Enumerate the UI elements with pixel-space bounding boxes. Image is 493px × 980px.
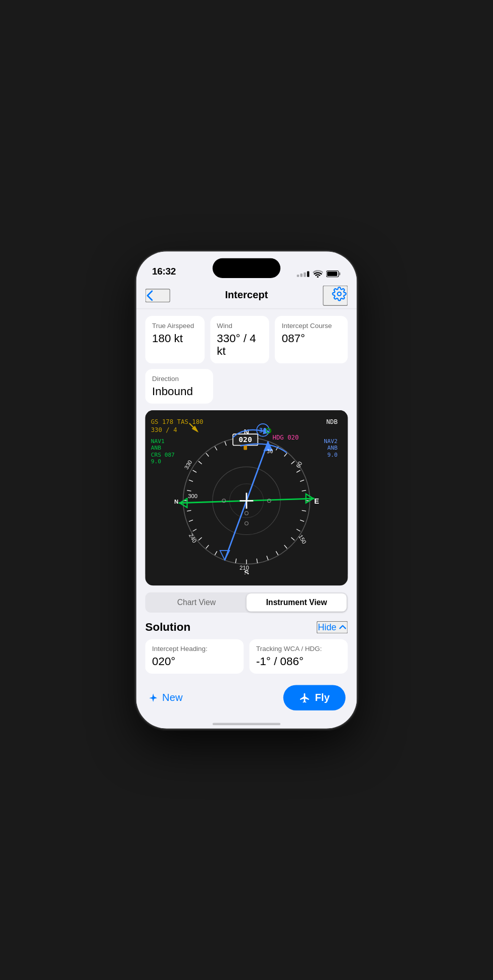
wind-card[interactable]: Wind 330° / 4 kt [210, 316, 269, 363]
signal-strength-icon [297, 271, 310, 277]
status-time: 16:32 [152, 266, 176, 277]
solution-section: Solution Hide Intercept Heading: 020° Tr… [145, 621, 348, 674]
svg-text:NDB: NDB [326, 418, 337, 425]
solution-header: Solution Hide [145, 621, 348, 634]
intercept-heading-value: 020° [152, 655, 237, 668]
tracking-wca-value: -1° / 086° [256, 655, 341, 668]
true-airspeed-card[interactable]: True Airspeed 180 kt [145, 316, 205, 363]
svg-text:HDG 020: HDG 020 [273, 434, 299, 441]
plane-icon [299, 692, 310, 703]
direction-value: Inbound [152, 385, 207, 398]
wind-value: 330° / 4 kt [217, 332, 262, 358]
intercept-course-value: 087° [282, 332, 341, 345]
intercept-course-label: Intercept Course [282, 321, 341, 330]
solution-cards: Intercept Heading: 020° Tracking WCA / H… [145, 639, 348, 674]
svg-text:NAV1: NAV1 [151, 438, 165, 445]
svg-text:ANB: ANB [327, 445, 337, 451]
back-button[interactable] [145, 289, 170, 302]
svg-point-3 [337, 292, 341, 295]
hsi-display: GS 178 TAS 180 330 / 4 NAV1 ANB CRS 087 … [145, 410, 348, 585]
gear-icon [332, 286, 347, 301]
svg-text:020: 020 [239, 435, 252, 444]
status-icons [297, 270, 341, 278]
svg-text:300: 300 [188, 493, 198, 499]
svg-text:9.0: 9.0 [151, 458, 161, 465]
solution-title: Solution [145, 621, 191, 634]
true-airspeed-value: 180 kt [152, 332, 198, 345]
svg-text:CRS 087: CRS 087 [151, 452, 175, 458]
svg-text:E: E [314, 497, 319, 505]
direction-row: Direction Inbound [145, 369, 348, 403]
view-toggle[interactable]: Chart View Instrument View [145, 592, 348, 613]
dynamic-island [213, 258, 280, 278]
direction-label: Direction [152, 375, 207, 383]
chevron-up-icon [339, 623, 347, 631]
svg-text:NAV2: NAV2 [324, 438, 337, 445]
settings-button[interactable] [323, 285, 348, 305]
sparkle-icon [147, 692, 159, 703]
svg-rect-2 [327, 271, 337, 276]
hsi-svg: GS 178 TAS 180 330 / 4 NAV1 ANB CRS 087 … [145, 410, 348, 574]
wind-label: Wind [217, 321, 262, 330]
main-content: True Airspeed 180 kt Wind 330° / 4 kt In… [136, 309, 357, 724]
svg-rect-1 [339, 273, 340, 276]
svg-text:N: N [174, 499, 178, 505]
intercept-course-card[interactable]: Intercept Course 087° [275, 316, 348, 363]
nav-bar: Intercept [136, 282, 357, 309]
svg-rect-81 [243, 446, 247, 450]
chart-view-button[interactable]: Chart View [146, 593, 247, 612]
svg-text:9.0: 9.0 [327, 452, 337, 458]
svg-text:30: 30 [259, 427, 267, 434]
fly-button[interactable]: Fly [283, 685, 346, 710]
svg-text:30: 30 [267, 449, 273, 454]
tracking-wca-label: Tracking WCA / HDG: [256, 645, 341, 653]
wifi-icon [313, 270, 323, 278]
true-airspeed-label: True Airspeed [152, 321, 198, 330]
svg-text:210: 210 [239, 565, 249, 571]
intercept-heading-label: Intercept Heading: [152, 645, 237, 653]
page-title: Intercept [225, 289, 268, 301]
svg-text:330 / 4: 330 / 4 [151, 426, 177, 433]
intercept-heading-card: Intercept Heading: 020° [145, 639, 244, 674]
new-button[interactable]: New [147, 692, 182, 704]
action-bar: New Fly [145, 680, 348, 710]
direction-card[interactable]: Direction Inbound [145, 369, 213, 403]
hide-button[interactable]: Hide [317, 621, 348, 633]
tracking-wca-card: Tracking WCA / HDG: -1° / 086° [250, 639, 348, 674]
battery-icon [326, 270, 341, 278]
instrument-view-button[interactable]: Instrument View [247, 593, 347, 612]
svg-text:GS 178  TAS 180: GS 178 TAS 180 [151, 418, 204, 425]
input-row-1: True Airspeed 180 kt Wind 330° / 4 kt In… [145, 316, 348, 363]
svg-text:ANB: ANB [151, 445, 161, 451]
